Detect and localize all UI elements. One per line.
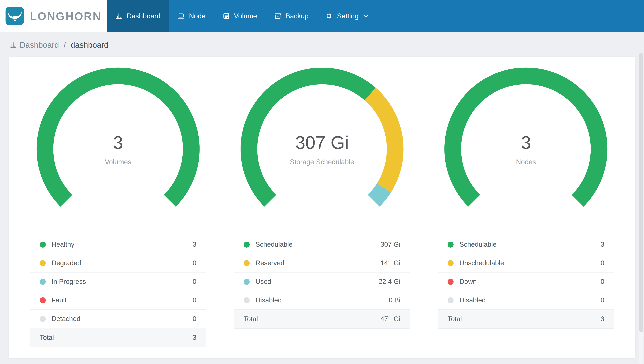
legend-row-detached: Detached0: [30, 310, 206, 328]
bar-chart-icon: [10, 41, 17, 49]
legend-value: 0: [601, 296, 604, 304]
legend-total-value: 471 Gi: [380, 315, 400, 323]
nav-item-label: Setting: [337, 12, 358, 20]
chart-column-nodes: 3NodesSchedulable3Unschedulable0Down0Dis…: [424, 62, 628, 347]
legend-label: Schedulable: [460, 241, 496, 248]
breadcrumb-section[interactable]: Dashboard: [20, 40, 59, 50]
main-nav: Dashboard Node Volume Backup: [106, 0, 378, 32]
legend-color-dot: [244, 279, 250, 285]
breadcrumb-page: dashboard: [71, 40, 108, 50]
legend-color-dot: [448, 279, 454, 285]
legend-color-dot: [448, 242, 454, 248]
scrollbar[interactable]: [639, 53, 643, 364]
archive-box-icon: [274, 12, 282, 20]
gauge-value: 3: [113, 132, 123, 153]
legend-row-disabled: Disabled0: [438, 291, 614, 310]
nav-item-label: Backup: [286, 12, 309, 20]
nav-item-label: Node: [189, 12, 206, 20]
legend-value: 3: [601, 241, 604, 248]
dashboard-card: 3VolumesHealthy3Degraded0In Progress0Fau…: [9, 57, 635, 358]
nav-item-volume[interactable]: Volume: [214, 0, 266, 32]
scrollbar-thumb[interactable]: [639, 53, 643, 332]
legend-color-dot: [244, 260, 250, 266]
chart-column-volumes: 3VolumesHealthy3Degraded0In Progress0Fau…: [16, 62, 220, 347]
legend-value: 0: [192, 315, 196, 323]
legend-label: Schedulable: [256, 241, 293, 248]
legend-color-dot: [244, 297, 250, 303]
legend-color-dot: [40, 316, 46, 322]
legend-label: Reserved: [256, 259, 284, 267]
donut-gauge-storage-schedulable: 307 GiStorage Schedulable: [234, 62, 410, 236]
legend-row-down: Down0: [438, 272, 614, 291]
gauge-label: Nodes: [516, 158, 536, 166]
legend-color-dot: [40, 242, 46, 248]
legend-total-row: Total3: [30, 328, 206, 347]
legend-color-dot: [448, 260, 454, 266]
charts-grid: 3VolumesHealthy3Degraded0In Progress0Fau…: [16, 62, 628, 347]
breadcrumb-separator: /: [64, 40, 66, 50]
legend-row-unschedulable: Unschedulable0: [438, 254, 614, 272]
nav-item-setting[interactable]: Setting: [317, 0, 378, 32]
legend-value: 307 Gi: [380, 241, 400, 248]
nav-item-label: Dashboard: [127, 12, 160, 20]
legend-label: Fault: [52, 296, 66, 304]
legend-value: 0 Bi: [389, 296, 400, 304]
gauge-center: 3Nodes: [438, 62, 614, 236]
legend-label: In Progress: [52, 278, 86, 286]
laptop-icon: [177, 12, 185, 20]
gauge-center: 3Volumes: [30, 62, 206, 236]
legend-value: 0: [192, 296, 196, 304]
legend-row-reserved: Reserved141 Gi: [234, 254, 410, 272]
legend-value: 0: [601, 259, 604, 267]
gauge-value: 3: [521, 132, 531, 153]
legend-total-value: 3: [601, 315, 604, 323]
donut-gauge-nodes: 3Nodes: [438, 62, 614, 236]
bar-chart-icon: [115, 12, 123, 20]
app-logo[interactable]: LONGHORN: [0, 0, 106, 32]
nav-item-node[interactable]: Node: [169, 0, 214, 32]
breadcrumb: Dashboard / dashboard: [0, 32, 644, 57]
legend-color-dot: [448, 297, 454, 303]
legend-color-dot: [40, 260, 46, 266]
legend-row-used: Used22.4 Gi: [234, 272, 410, 291]
donut-gauge-volumes: 3Volumes: [30, 62, 206, 236]
legend-label: Unschedulable: [460, 259, 504, 267]
legend-total-label: Total: [448, 315, 462, 323]
legend-label: Down: [460, 278, 477, 286]
legend-color-dot: [40, 297, 46, 303]
legend-row-schedulable: Schedulable307 Gi: [234, 236, 410, 254]
legend-row-schedulable: Schedulable3: [438, 236, 614, 254]
legend-total-row: Total471 Gi: [234, 310, 410, 328]
legend-value: 0: [192, 278, 196, 286]
legend-value: 0: [192, 259, 196, 267]
legend-label: Healthy: [52, 241, 74, 248]
legend-table-storage-schedulable: Schedulable307 GiReserved141 GiUsed22.4 …: [234, 235, 410, 329]
legend-value: 141 Gi: [380, 259, 400, 267]
gauge-label: Storage Schedulable: [290, 158, 354, 166]
legend-row-degraded: Degraded0: [30, 254, 206, 272]
legend-table-volumes: Healthy3Degraded0In Progress0Fault0Detac…: [30, 235, 206, 347]
legend-row-healthy: Healthy3: [30, 236, 206, 254]
legend-color-dot: [244, 242, 250, 248]
legend-table-nodes: Schedulable3Unschedulable0Down0Disabled0…: [438, 235, 614, 329]
legend-color-dot: [40, 279, 46, 285]
legend-row-in-progress: In Progress0: [30, 272, 206, 291]
gauge-value: 307 Gi: [295, 132, 349, 153]
legend-total-label: Total: [40, 334, 54, 342]
top-navbar: LONGHORN Dashboard Node Volume Backup: [0, 0, 644, 32]
nav-item-dashboard[interactable]: Dashboard: [106, 0, 169, 32]
legend-label: Used: [256, 278, 271, 286]
legend-label: Detached: [52, 315, 80, 323]
nav-item-label: Volume: [234, 12, 257, 20]
legend-value: 22.4 Gi: [379, 278, 400, 286]
chevron-down-icon: [363, 13, 369, 19]
legend-total-label: Total: [244, 315, 258, 323]
legend-label: Disabled: [460, 296, 486, 304]
legend-value: 3: [192, 241, 196, 248]
longhorn-bull-icon: [5, 6, 24, 26]
nav-item-backup[interactable]: Backup: [266, 0, 317, 32]
gauge-center: 307 GiStorage Schedulable: [234, 62, 410, 236]
legend-row-fault: Fault0: [30, 291, 206, 310]
legend-label: Degraded: [52, 259, 81, 267]
gear-icon: [325, 12, 333, 20]
